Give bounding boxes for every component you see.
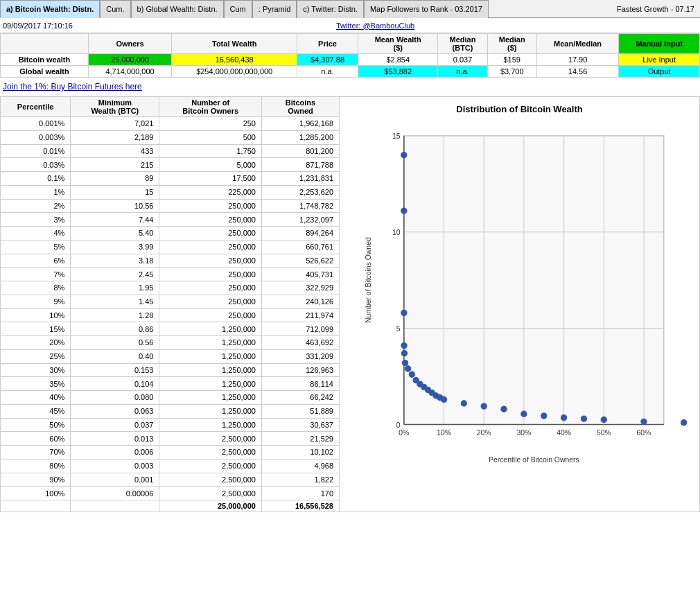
- svg-text:0: 0: [396, 421, 401, 429]
- header-row: 09/09/2017 17:10:16 Twitter: @BambouClub: [0, 18, 700, 33]
- bottom-section: Percentile MinimumWealth (BTC) Number of…: [0, 96, 700, 512]
- dist-btc-owned: 10,102: [261, 446, 339, 460]
- dist-btc-owned: 51,889: [261, 404, 339, 418]
- dist-btc-owned: 211,974: [261, 308, 339, 322]
- global-label: Global wealth: [1, 66, 89, 78]
- dist-min-wealth: 433: [71, 144, 159, 158]
- svg-point-30: [401, 342, 407, 348]
- svg-point-43: [461, 401, 466, 406]
- tab-pyramid[interactable]: : Pyramid: [252, 0, 297, 18]
- dist-btc-owned: 2,253,620: [261, 185, 339, 199]
- dist-table-row: 6% 3.18 250,000 526,622: [1, 254, 340, 268]
- bitcoin-median-usd: $159: [487, 54, 536, 66]
- dist-btc-owned: 331,209: [261, 349, 339, 363]
- bitcoin-total-wealth: 16,560,438: [172, 54, 297, 66]
- dist-btc-owned: 660,761: [261, 240, 339, 254]
- svg-point-31: [401, 351, 407, 356]
- dist-btc-owned: 712,099: [261, 322, 339, 336]
- bitcoin-owners: 25,000,000: [88, 54, 171, 66]
- dist-num-owners: 500: [159, 130, 262, 144]
- svg-point-52: [681, 420, 687, 426]
- dist-num-owners: 1,250,000: [159, 418, 262, 432]
- dist-table-row: 15% 0.86 1,250,000 712,099: [1, 322, 340, 336]
- dist-min-wealth: 2.45: [71, 268, 159, 281]
- dist-table-row: 25% 0.40 1,250,000 331,209: [1, 349, 340, 363]
- dist-pct: 90%: [1, 473, 71, 487]
- dist-num-owners: 1,750: [159, 144, 262, 158]
- svg-point-49: [581, 416, 586, 421]
- dist-btc-owned: 1,232,097: [261, 213, 339, 227]
- dist-btc-owned: 86,114: [261, 377, 339, 391]
- global-price: n.a.: [297, 66, 358, 78]
- dist-pct: 0.1%: [1, 172, 71, 186]
- svg-text:5: 5: [396, 325, 401, 333]
- dist-num-owners: 250: [159, 117, 262, 131]
- dist-table-row: 0.01% 433 1,750 801,200: [1, 144, 340, 158]
- dist-pct: 5%: [1, 240, 71, 254]
- dist-pct: 0.003%: [1, 130, 71, 144]
- dist-num-owners: 2,500,000: [159, 487, 262, 500]
- dist-min-wealth: 89: [71, 172, 159, 186]
- twitter-link[interactable]: Twitter: @BambouClub: [336, 21, 414, 30]
- col-header-median-usd: Median($): [487, 34, 536, 54]
- buy-link[interactable]: Join the 1%: Buy Bitcoin Futures here: [3, 82, 142, 91]
- dist-pct: 2%: [1, 199, 71, 213]
- dist-table-row: 30% 0.153 1,250,000 126,963: [1, 363, 340, 377]
- tab-map-followers[interactable]: Map Followers to Rank - 03.2017: [364, 0, 489, 18]
- dist-num-owners: 250,000: [159, 240, 262, 254]
- dist-pct: 9%: [1, 295, 71, 308]
- svg-text:40%: 40%: [557, 429, 571, 437]
- dist-num-owners: 250,000: [159, 281, 262, 295]
- tab-bitcoin-distn[interactable]: a) Bitcoin Wealth: Distn.: [0, 0, 100, 18]
- svg-text:30%: 30%: [516, 429, 531, 437]
- bitcoin-price: $4,307.88: [297, 54, 358, 66]
- dist-total-label: [1, 500, 71, 512]
- dist-btc-owned: 66,242: [261, 391, 339, 405]
- dist-btc-owned: 322,929: [261, 281, 339, 295]
- dist-table-row: 70% 0.006 2,500,000 10,102: [1, 446, 340, 460]
- dist-pct: 1%: [1, 185, 71, 199]
- dist-min-wealth: 7,021: [71, 117, 159, 131]
- bitcoin-label: Bitcoin wealth: [1, 54, 89, 66]
- col-header-owners: Owners: [88, 34, 171, 54]
- buy-link-row: Join the 1%: Buy Bitcoin Futures here: [0, 78, 700, 96]
- svg-point-47: [541, 413, 547, 419]
- dist-pct: 30%: [1, 363, 71, 377]
- dist-min-wealth: 0.00006: [71, 487, 159, 500]
- dist-num-owners: 2,500,000: [159, 473, 262, 487]
- chart-container: 0510150%10%20%30%40%50%60%Number of Bitc…: [347, 121, 692, 468]
- col-header-price: Price: [297, 34, 358, 54]
- dist-num-owners: 250,000: [159, 295, 262, 308]
- dist-table-row: 0.001% 7,021 250 1,962,168: [1, 117, 340, 131]
- tab-cum2[interactable]: Cum: [224, 0, 252, 18]
- dist-table-row: 0.003% 2,189 500 1,285,200: [1, 130, 340, 144]
- dist-pct: 7%: [1, 268, 71, 281]
- dist-pct: 25%: [1, 349, 71, 363]
- tab-global-distn[interactable]: b) Global Wealth: Distn.: [131, 0, 224, 18]
- svg-point-50: [601, 417, 606, 422]
- dist-pct: 8%: [1, 281, 71, 295]
- dist-num-owners: 1,250,000: [159, 349, 262, 363]
- svg-text:15: 15: [392, 132, 401, 140]
- tab-twitter-distn[interactable]: c) Twitter: Distn.: [297, 0, 364, 18]
- dist-btc-owned: 1,962,168: [261, 117, 339, 131]
- col-header-mean-wealth: Mean Wealth($): [358, 34, 438, 54]
- bitcoin-badge: Live Input: [619, 54, 700, 66]
- dist-col-owners: Number ofBitcoin Owners: [159, 97, 262, 117]
- distribution-table: Percentile MinimumWealth (BTC) Number of…: [0, 96, 340, 512]
- col-header-median-btc: Median(BTC): [438, 34, 487, 54]
- dist-min-wealth: 0.40: [71, 349, 159, 363]
- dist-btc-owned: 1,822: [261, 473, 339, 487]
- svg-text:60%: 60%: [637, 429, 651, 437]
- dist-num-owners: 1,250,000: [159, 377, 262, 391]
- dist-table-row: 2% 10.56 250,000 1,748,782: [1, 199, 340, 213]
- dist-col-min-wealth: MinimumWealth (BTC): [71, 97, 159, 117]
- dist-pct: 80%: [1, 459, 71, 473]
- dist-table-row: 0.03% 215 5,000 871,788: [1, 158, 340, 172]
- svg-point-44: [481, 403, 487, 409]
- dist-num-owners: 250,000: [159, 308, 262, 322]
- dist-btc-owned: 1,231,831: [261, 172, 339, 186]
- dist-min-wealth: 0.86: [71, 322, 159, 336]
- tab-cum1[interactable]: Cum.: [100, 0, 130, 18]
- dist-btc-owned: 21,529: [261, 432, 339, 446]
